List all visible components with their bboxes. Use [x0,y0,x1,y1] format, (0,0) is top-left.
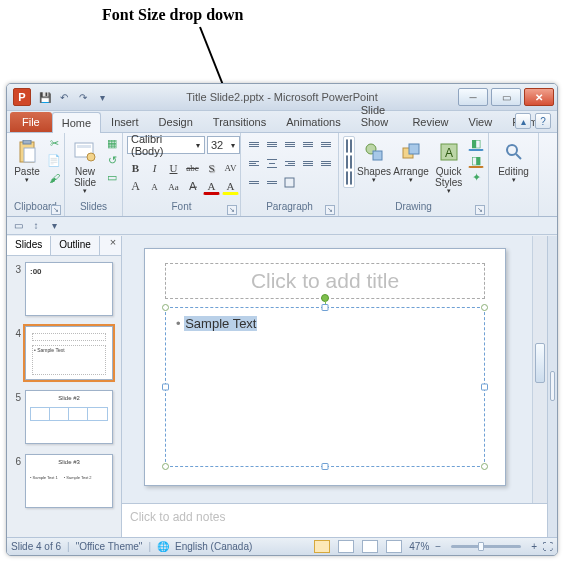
font-name-dropdown[interactable]: Calibri (Body) ▾ [127,136,205,154]
columns-button[interactable] [317,155,334,172]
shape-outline-icon[interactable]: ◨ [468,153,484,168]
align-right-button[interactable] [281,155,298,172]
thumbnail-row[interactable]: 4 • Sample Text [11,326,117,380]
thumbnail-row[interactable]: 5 Slide #2 [11,390,117,444]
increase-indent-button[interactable] [299,136,316,153]
zoom-level[interactable]: 47% [409,541,429,552]
reset-icon[interactable]: ↺ [104,153,120,168]
tab-insert[interactable]: Insert [101,111,149,132]
redo-icon[interactable]: ↷ [75,89,91,105]
content-placeholder[interactable]: • Sample Text [165,307,485,467]
shapes-gallery[interactable] [343,136,355,188]
tab-slideshow[interactable]: Slide Show [351,99,403,132]
selection-handle[interactable] [162,463,169,470]
save-icon[interactable]: 💾 [37,89,53,105]
bullets-button[interactable] [245,136,262,153]
slide-canvas[interactable]: Click to add title • Sample Tex [122,236,547,503]
reading-view-button[interactable] [362,540,378,553]
font-color-button[interactable]: A [203,178,220,195]
content-text[interactable]: • Sample Text [176,316,257,331]
status-language[interactable]: English (Canada) [175,541,252,552]
zoom-out-button[interactable]: − [435,541,441,552]
shape-fill-icon[interactable]: ◧ [468,136,484,151]
selection-handle[interactable] [322,304,329,311]
minimize-button[interactable]: ─ [458,88,488,106]
slides-pane-close-icon[interactable]: × [105,236,121,255]
selection-handle[interactable] [162,384,169,391]
new-slide-button[interactable]: New Slide ▾ [69,136,101,195]
thumbnail-5[interactable]: Slide #2 [25,390,113,444]
tab-design[interactable]: Design [149,111,203,132]
thumbnail-6[interactable]: Slide #3 • Sample Text 1• Sample Text 2 [25,454,113,508]
thumbnail-3[interactable]: :00 [25,262,113,316]
format-painter-icon[interactable]: 🖌 [46,170,62,185]
align-text-button[interactable] [263,174,280,191]
selection-handle[interactable] [481,463,488,470]
selection-handle[interactable] [481,384,488,391]
drawing-dialog-launcher-icon[interactable]: ↘ [475,205,485,215]
subbar-icon-2[interactable]: ↕ [29,219,43,233]
cut-icon[interactable]: ✂ [46,136,62,151]
selection-handle[interactable] [481,304,488,311]
paragraph-dialog-launcher-icon[interactable]: ↘ [325,205,335,215]
char-spacing-button[interactable]: AV [222,159,239,176]
rail-grip-icon[interactable] [550,371,555,401]
underline-button[interactable]: U [165,159,182,176]
slideshow-view-button[interactable] [386,540,402,553]
fit-window-button[interactable]: ⛶ [543,541,553,552]
right-collapse-rail[interactable] [547,236,557,537]
thumbnail-row[interactable]: 6 Slide #3 • Sample Text 1• Sample Text … [11,454,117,508]
bold-button[interactable]: B [127,159,144,176]
smartart-button[interactable] [281,174,298,191]
tab-transitions[interactable]: Transitions [203,111,276,132]
notes-pane[interactable]: Click to add notes [122,503,547,537]
tab-slides-thumbs[interactable]: Slides [7,236,51,255]
quick-styles-button[interactable]: A Quick Styles▾ [432,136,465,195]
undo-icon[interactable]: ↶ [56,89,72,105]
highlight-button[interactable]: A [222,178,239,195]
paste-button[interactable]: Paste ▾ [11,136,43,184]
justify-button[interactable] [299,155,316,172]
align-center-button[interactable] [263,155,280,172]
change-case-button[interactable]: Aa [165,178,182,195]
copy-icon[interactable]: 📄 [46,153,62,168]
minimize-ribbon-icon[interactable]: ▴ [515,113,531,129]
zoom-slider-thumb[interactable] [478,542,484,551]
help-icon[interactable]: ? [535,113,551,129]
text-shadow-button[interactable]: S [203,159,220,176]
editing-button[interactable]: Editing▾ [493,136,534,184]
layout-icon[interactable]: ▦ [104,136,120,151]
sorter-view-button[interactable] [338,540,354,553]
selection-handle[interactable] [322,463,329,470]
font-dialog-launcher-icon[interactable]: ↘ [227,205,237,215]
thumbnail-4[interactable]: • Sample Text [25,326,113,380]
zoom-slider[interactable] [451,545,521,548]
qat-customize-icon[interactable]: ▾ [94,89,110,105]
tab-review[interactable]: Review [402,111,458,132]
arrange-button[interactable]: Arrange▾ [393,136,429,184]
subbar-dropdown-icon[interactable]: ▾ [47,219,61,233]
close-button[interactable]: ✕ [524,88,554,106]
clipboard-dialog-launcher-icon[interactable]: ↘ [51,205,61,215]
line-spacing-button[interactable] [317,136,334,153]
strikethrough-button[interactable]: abc [184,159,201,176]
grow-font-button[interactable]: A [127,178,144,195]
font-size-dropdown[interactable]: 32 ▾ [207,136,240,154]
section-icon[interactable]: ▭ [104,170,120,185]
tab-view[interactable]: View [459,111,503,132]
align-left-button[interactable] [245,155,262,172]
tab-animations[interactable]: Animations [276,111,350,132]
tab-file[interactable]: File [10,112,52,132]
scrollbar-thumb[interactable] [535,343,545,383]
rotate-handle-icon[interactable] [321,294,329,302]
decrease-indent-button[interactable] [281,136,298,153]
shrink-font-button[interactable]: A [146,178,163,195]
tab-outline[interactable]: Outline [51,236,100,255]
shapes-button[interactable]: Shapes▾ [358,136,390,184]
thumbnail-row[interactable]: 3 :00 [11,262,117,316]
tab-home[interactable]: Home [52,112,101,133]
shape-effects-icon[interactable]: ✦ [468,170,484,185]
selection-handle[interactable] [162,304,169,311]
maximize-button[interactable]: ▭ [491,88,521,106]
subbar-icon-1[interactable]: ▭ [11,219,25,233]
